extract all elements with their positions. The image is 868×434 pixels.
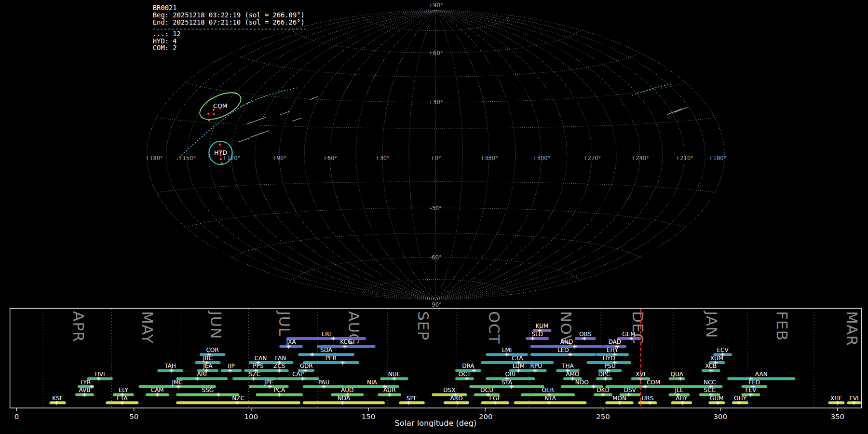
shower-code: LMI	[502, 347, 512, 353]
obs-end-line: End: 20251218 07:21:10 (sol = 266.26°)	[153, 18, 305, 26]
shower-code: XCB	[705, 363, 717, 369]
count-sporadic: ...: 12	[153, 30, 181, 38]
shower-code: NIA	[367, 379, 378, 386]
shower-code: PER	[326, 355, 337, 362]
shower-code: DRA	[462, 363, 475, 369]
count-com: COM: 2	[153, 44, 177, 52]
shower-code: GUM	[710, 395, 724, 402]
shower-code: DAD	[609, 339, 622, 345]
shower-code: STA	[502, 379, 513, 386]
radiant-dot	[221, 162, 223, 164]
radiant-dot	[207, 113, 210, 115]
shower-code: KUM	[536, 323, 549, 329]
shower-code: RPU	[530, 363, 542, 369]
lon-tick-label: +90°	[272, 155, 286, 162]
activity-bar	[176, 393, 239, 396]
shower-code: OHY	[734, 395, 747, 402]
activity-bar	[669, 377, 685, 380]
figure-background	[0, 0, 868, 434]
shower-code: AVB	[79, 387, 91, 393]
month-label: SEP	[415, 311, 432, 340]
month-label: JUL	[276, 310, 293, 337]
lon-tick-label: +180°	[708, 155, 726, 162]
lon-tick-label: +210°	[676, 155, 693, 162]
lat-tick-label: +90°	[428, 2, 443, 9]
activity-bar-OHY: OHY	[732, 395, 748, 405]
radiant-dot	[213, 113, 215, 116]
shower-code: URS	[641, 395, 653, 402]
obs-begin-line: Beg: 20251218 03:22:19 (sol = 266.09°)	[153, 11, 305, 19]
shower-code: GDR	[300, 363, 313, 369]
shower-code: CTA	[512, 355, 523, 362]
shower-code: HVI	[95, 371, 105, 378]
radiant-dot	[219, 107, 222, 109]
activity-bar	[455, 377, 474, 380]
radiant-dot	[219, 158, 222, 161]
shower-code: HYD	[603, 355, 615, 362]
shower-code: JBC	[203, 355, 213, 362]
shower-code: ORI	[505, 371, 515, 378]
shower-code: EGE	[489, 395, 501, 402]
shower-code: NTA	[544, 395, 556, 402]
shower-code: EHY	[607, 347, 619, 353]
activity-bar-XHE: XHE	[828, 395, 844, 405]
shower-code: PSU	[604, 363, 616, 369]
radiant-dot	[219, 149, 221, 152]
lat-tick-label: -30°	[430, 205, 441, 212]
shower-code: DPC	[598, 371, 610, 378]
activity-bar	[176, 377, 228, 380]
radiant-dot	[219, 154, 222, 156]
x-tick-label: 50	[129, 412, 138, 421]
activity-bar	[279, 345, 303, 348]
shower-code: LEO	[557, 347, 569, 353]
shower-code: FAN	[275, 355, 286, 362]
month-label: MAR	[843, 311, 861, 346]
shower-code: PCA	[273, 387, 285, 393]
shower-code: AAN	[755, 371, 768, 378]
activity-bar-QUA: QUA	[669, 371, 685, 380]
shower-code: CAN	[255, 355, 267, 362]
shower-code: SDA	[320, 347, 333, 353]
lat-tick-label: -60°	[430, 254, 441, 261]
shower-code: GEM	[622, 331, 635, 338]
lon-tick-label: +180°	[145, 155, 163, 162]
month-label: OCT	[486, 311, 503, 344]
x-tick-label: 250	[596, 412, 610, 421]
shower-code: NOO	[575, 379, 589, 386]
lon-tick-label: +270°	[583, 155, 601, 162]
x-tick-label: 200	[479, 412, 492, 421]
radiant-activity-figure: COMHYD +180°+150°+120°+90°+60°+30°+0°+33…	[0, 0, 868, 434]
x-tick-label: 100	[244, 412, 258, 421]
shower-code: ZCS	[273, 363, 285, 369]
lon-tick-label: +300°	[532, 155, 550, 162]
lon-tick-label: +330°	[480, 155, 498, 162]
app-root: COMHYD +180°+150°+120°+90°+60°+30°+0°+33…	[0, 0, 868, 434]
shower-code: OBS	[579, 331, 591, 338]
lon-tick-label: +120°	[222, 155, 240, 162]
month-label: JUN	[207, 310, 225, 339]
activity-bar	[605, 385, 701, 388]
x-tick-label: 350	[831, 412, 844, 421]
shower-code: COM	[647, 379, 660, 386]
shower-code: JXA	[285, 339, 296, 345]
shower-code: OCT	[459, 371, 471, 378]
shower-code: EVI	[849, 395, 858, 402]
lon-tick-label: +150°	[178, 155, 196, 162]
shower-code: MON	[612, 395, 626, 402]
shower-code: JPE	[264, 379, 273, 386]
shower-code: KCG	[340, 339, 352, 345]
shower-code: AUR	[383, 387, 396, 393]
shower-code: ECV	[717, 347, 729, 353]
shower-code: JLE	[675, 387, 684, 393]
activity-bar	[286, 337, 366, 340]
shower-code: THA	[561, 363, 574, 369]
shower-code: SPE	[407, 395, 418, 402]
lon-tick-label: +0°	[430, 155, 441, 162]
x-tick-label: 0	[14, 412, 19, 421]
shower-code: NZC	[232, 395, 244, 402]
shower-code: PPS	[253, 363, 263, 369]
shower-code: CAP	[292, 371, 304, 378]
x-tick-label: 150	[362, 412, 375, 421]
shower-code: AND	[560, 339, 573, 345]
activity-bar-GUM: GUM	[708, 395, 725, 405]
